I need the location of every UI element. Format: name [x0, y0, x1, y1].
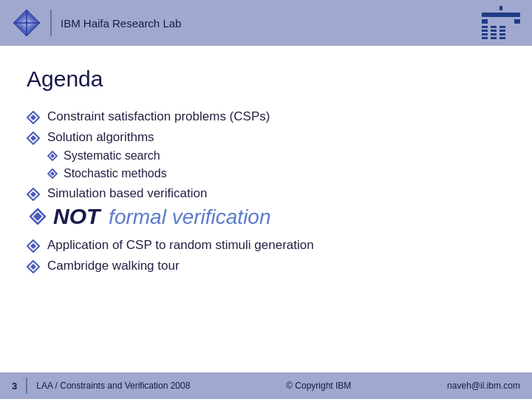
page-title: Agenda	[27, 66, 505, 92]
highlight-diamond-icon	[30, 208, 46, 225]
agenda-section: Constraint satisfaction problems (CSPs) …	[27, 109, 505, 273]
list-item: Stochastic methods	[47, 167, 505, 180]
svg-rect-14	[499, 30, 505, 32]
header-title: IBM Haifa Research Lab	[61, 17, 181, 30]
svg-marker-26	[30, 191, 36, 197]
list-item-label: Simulation based verification	[47, 186, 207, 201]
bullet-diamond-icon	[27, 260, 40, 273]
list-item: Solution algorithms	[27, 130, 505, 145]
svg-rect-7	[482, 33, 488, 35]
svg-rect-12	[491, 37, 497, 39]
highlight-formal-text: formal verification	[103, 205, 270, 228]
svg-marker-18	[30, 115, 36, 120]
footer-copyright: © Copyright IBM	[286, 381, 351, 391]
footer-course: LAA / Constraints and Verification 2008	[36, 381, 190, 391]
sub-bullet-diamond-icon	[47, 151, 58, 161]
footer-email: naveh@il.ibm.com	[447, 381, 520, 391]
sub-bullet-diamond-icon	[47, 168, 58, 179]
list-item: Simulation based verification	[27, 186, 505, 201]
list-item-label: Cambridge walking tour	[47, 259, 180, 273]
ibm-text-logo	[482, 26, 520, 41]
svg-rect-15	[499, 33, 505, 35]
bullet-diamond-icon	[27, 188, 40, 201]
bullet-diamond-icon	[27, 111, 40, 124]
list-item: Application of CSP to random stimuli gen…	[27, 238, 505, 253]
list-item-label: Application of CSP to random stimuli gen…	[47, 238, 314, 253]
bullet-diamond-icon	[27, 239, 40, 253]
svg-rect-10	[491, 30, 497, 32]
highlight-item: NOT formal verification	[30, 204, 505, 229]
highlight-label: NOT formal verification	[53, 204, 271, 229]
footer: 3 LAA / Constraints and Verification 200…	[0, 372, 532, 399]
svg-marker-20	[30, 135, 36, 141]
svg-rect-8	[482, 37, 488, 39]
highlight-not-text: NOT	[53, 204, 100, 228]
main-content: Agenda Constraint satisfaction problems …	[0, 46, 532, 288]
list-item-label: Solution algorithms	[47, 130, 154, 145]
sub-item-label: Stochastic methods	[64, 167, 167, 180]
svg-marker-32	[30, 264, 36, 270]
list-item-label: Constraint satisfaction problems (CSPs)	[47, 109, 270, 124]
svg-rect-16	[499, 37, 505, 39]
svg-rect-13	[499, 26, 505, 28]
ibm-logo	[482, 6, 520, 41]
header-left: IBM Haifa Research Lab	[12, 8, 181, 38]
svg-rect-11	[491, 33, 497, 35]
list-item: Cambridge walking tour	[27, 259, 505, 273]
ibm-diamond-icon	[12, 8, 41, 38]
header-divider	[50, 10, 52, 36]
svg-rect-9	[491, 26, 497, 28]
bullet-diamond-icon	[27, 132, 40, 145]
svg-rect-5	[482, 26, 488, 28]
list-item-solution: Solution algorithms Systematic search St…	[27, 130, 505, 180]
footer-left: 3 LAA / Constraints and Verification 200…	[12, 378, 190, 394]
svg-marker-24	[50, 171, 55, 176]
svg-marker-22	[50, 154, 55, 158]
list-item: Systematic search	[47, 149, 505, 163]
sub-item-label: Systematic search	[64, 149, 160, 163]
footer-page-number: 3	[12, 381, 17, 392]
sub-list: Systematic search Stochastic methods	[47, 149, 505, 180]
svg-marker-30	[30, 243, 36, 249]
svg-rect-6	[482, 30, 488, 32]
list-item: Constraint satisfaction problems (CSPs)	[27, 109, 505, 124]
header: IBM Haifa Research Lab	[0, 0, 532, 46]
footer-divider	[26, 378, 27, 394]
